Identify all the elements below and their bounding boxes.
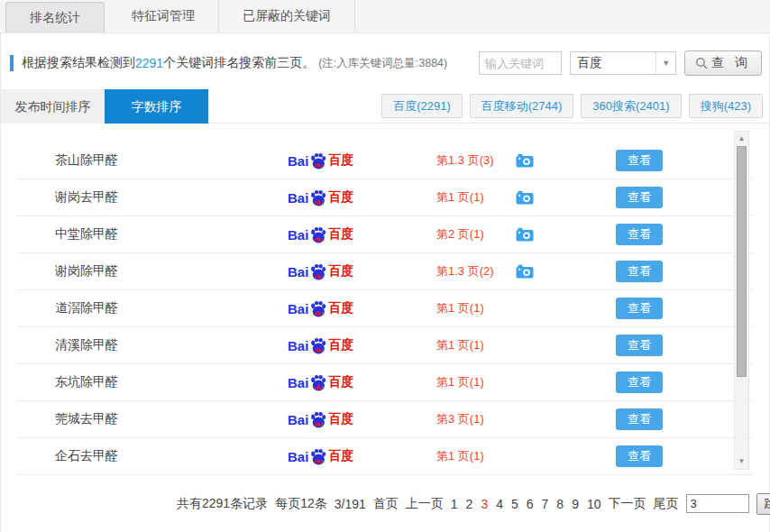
content-panel: 根据搜索结果检测到2291个关键词排名搜索前三页。 (注:入库关键词总量:388… — [0, 33, 770, 532]
table-row: 莞城去甲醛 Baidu百度 第3 页(1) 查看 — [17, 401, 753, 438]
pagination-bar: 共有2291条记录 每页12条 3/191 首页 上一页 12345678910… — [1, 483, 769, 524]
next-page-link[interactable]: 下一页 — [609, 496, 646, 512]
baidu-paw-icon: du — [309, 263, 327, 280]
tab-ranking-stats[interactable]: 排名统计 — [5, 2, 105, 32]
filter-baidu-button[interactable]: 百度(2291) — [381, 94, 463, 118]
search-icon — [695, 57, 708, 69]
per-page-label: 每页12条 — [275, 496, 327, 512]
table-row: 谢岗除甲醛 Baidu百度 第1.3 页(2) 查看 — [17, 253, 753, 290]
rank-label: 第1 页(1) — [436, 448, 507, 464]
first-page-link[interactable]: 首页 — [373, 496, 399, 512]
scrollbar[interactable]: ▲ ▼ — [734, 131, 749, 470]
view-button[interactable]: 查看 — [616, 261, 663, 282]
tab-sort-by-time[interactable]: 发布时间排序 — [1, 89, 105, 124]
view-button[interactable]: 查看 — [616, 445, 663, 467]
camera-icon[interactable] — [516, 227, 534, 242]
tab-sort-by-wordcount[interactable]: 字数排序 — [105, 89, 208, 124]
keyword-label: 清溪除甲醛 — [17, 337, 288, 353]
baidu-logo-icon: Baidu百度 — [288, 189, 436, 206]
summary-prefix: 根据搜索结果检测到 — [22, 55, 135, 71]
accent-bar — [10, 55, 14, 71]
jump-button[interactable]: 跳转 — [756, 493, 770, 515]
baidu-logo-icon: Baidu百度 — [288, 300, 436, 317]
page-number-links: 12345678910 — [451, 497, 601, 511]
tab-blocked-keywords[interactable]: 已屏蔽的关键词 — [219, 0, 355, 32]
rank-label: 第1 页(1) — [436, 337, 507, 353]
page-link-3[interactable]: 3 — [481, 497, 488, 511]
main-tab-bar: 排名统计 特征词管理 已屏蔽的关键词 — [0, 0, 770, 33]
engine-select[interactable]: 百度 ▼ — [570, 51, 676, 75]
page-link-2[interactable]: 2 — [466, 497, 473, 511]
baidu-logo-icon: Baidu百度 — [288, 263, 436, 280]
keyword-table: 茶山除甲醛 Baidu百度 第1.3 页(3) 查看 谢岗去甲醛 Baidu百度… — [1, 124, 769, 483]
baidu-logo-icon: Baidu百度 — [288, 411, 436, 428]
baidu-logo-icon: Baidu百度 — [288, 374, 436, 391]
table-row: 道滘除甲醛 Baidu百度 第1 页(1) 查看 — [17, 290, 753, 327]
page-link-6[interactable]: 6 — [527, 497, 534, 511]
page-link-10[interactable]: 10 — [587, 497, 601, 511]
query-button[interactable]: 查 询 — [684, 50, 762, 76]
baidu-logo-icon: Baidu百度 — [288, 448, 436, 465]
query-button-label: 查 询 — [711, 55, 751, 71]
view-button[interactable]: 查看 — [616, 298, 663, 319]
record-count-label: 共有2291条记录 — [177, 496, 268, 512]
page-link-4[interactable]: 4 — [496, 497, 503, 511]
page-link-5[interactable]: 5 — [511, 497, 518, 511]
page-link-8[interactable]: 8 — [556, 497, 564, 511]
engine-filter-buttons: 百度(2291) 百度移动(2744) 360搜索(2401) 搜狗(423) — [381, 94, 769, 118]
summary-suffix: 个关键词排名搜索前三页。 — [163, 55, 315, 71]
rank-label: 第2 页(1) — [436, 226, 507, 243]
keyword-label: 莞城去甲醛 — [17, 411, 288, 427]
camera-icon[interactable] — [516, 190, 534, 205]
keyword-label: 东坑除甲醛 — [17, 374, 288, 390]
view-button[interactable]: 查看 — [616, 408, 663, 430]
baidu-paw-icon: du — [309, 226, 327, 243]
rank-label: 第1 页(1) — [436, 189, 507, 206]
page-link-7[interactable]: 7 — [542, 497, 549, 511]
baidu-paw-icon: du — [309, 448, 327, 465]
search-input[interactable] — [479, 51, 562, 75]
jump-page-input[interactable] — [686, 494, 749, 513]
camera-icon[interactable] — [516, 153, 534, 168]
table-row: 中堂除甲醛 Baidu百度 第2 页(1) 查看 — [17, 216, 753, 253]
keyword-label: 道滘除甲醛 — [17, 300, 288, 316]
summary-note: (注:入库关键词总量:3884) — [318, 56, 447, 71]
scroll-down-icon[interactable]: ▼ — [735, 455, 748, 468]
rank-label: 第1 页(1) — [436, 374, 507, 390]
keyword-count: 2291 — [135, 56, 163, 70]
summary-text: 根据搜索结果检测到2291个关键词排名搜索前三页。 (注:入库关键词总量:388… — [10, 55, 447, 71]
baidu-paw-icon: du — [309, 300, 327, 317]
rank-label: 第1 页(1) — [436, 300, 507, 316]
rank-label: 第1.3 页(3) — [436, 152, 507, 169]
tab-feature-words[interactable]: 特征词管理 — [108, 0, 219, 32]
view-button[interactable]: 查看 — [616, 335, 663, 356]
table-row: 谢岗去甲醛 Baidu百度 第1 页(1) 查看 — [17, 179, 753, 216]
filter-baidu-mobile-button[interactable]: 百度移动(2744) — [470, 94, 574, 118]
baidu-logo-icon: Baidu百度 — [288, 337, 436, 354]
table-row: 企石去甲醛 Baidu百度 第1 页(1) 查看 — [17, 438, 753, 475]
scrollbar-thumb[interactable] — [737, 146, 747, 377]
last-page-link[interactable]: 尾页 — [654, 496, 679, 512]
search-controls: 百度 ▼ 查 询 — [479, 50, 762, 76]
prev-page-link[interactable]: 上一页 — [406, 496, 444, 512]
view-button[interactable]: 查看 — [616, 150, 663, 171]
baidu-logo-icon: Baidu百度 — [288, 226, 436, 243]
baidu-paw-icon: du — [309, 189, 327, 206]
scroll-up-icon[interactable]: ▲ — [735, 133, 748, 145]
keyword-label: 茶山除甲醛 — [17, 152, 288, 169]
view-button[interactable]: 查看 — [616, 224, 663, 245]
camera-icon[interactable] — [516, 264, 534, 279]
baidu-logo-icon: Baidu百度 — [288, 152, 436, 170]
baidu-paw-icon: du — [309, 411, 327, 428]
engine-select-value: 百度 — [571, 55, 655, 71]
baidu-paw-icon: du — [309, 374, 327, 391]
view-button[interactable]: 查看 — [616, 371, 663, 393]
page-link-1[interactable]: 1 — [451, 497, 458, 511]
sort-tab-bar: 发布时间排序 字数排序 百度(2291) 百度移动(2744) 360搜索(24… — [1, 89, 769, 124]
view-button[interactable]: 查看 — [616, 187, 663, 208]
filter-sogou-button[interactable]: 搜狗(423) — [689, 94, 763, 118]
keyword-label: 中堂除甲醛 — [17, 226, 288, 243]
page-link-9[interactable]: 9 — [572, 497, 579, 511]
filter-360-button[interactable]: 360搜索(2401) — [581, 94, 681, 118]
baidu-paw-icon: du — [309, 337, 327, 354]
